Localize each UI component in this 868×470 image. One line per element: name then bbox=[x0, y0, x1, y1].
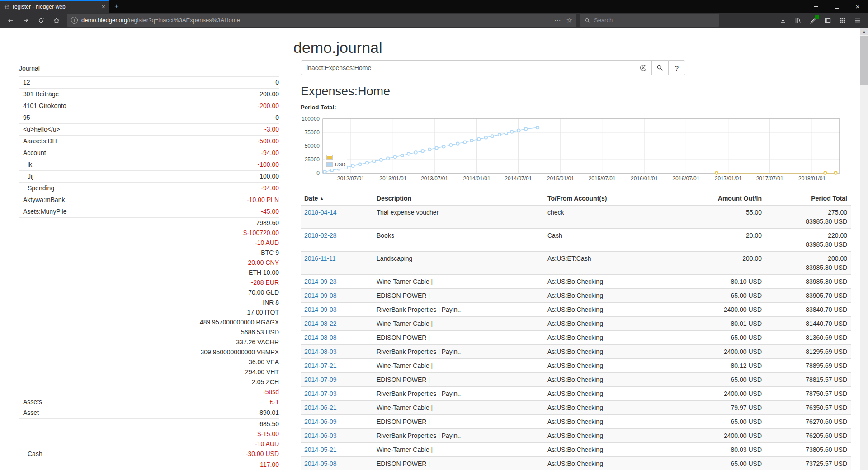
back-button[interactable] bbox=[4, 14, 17, 27]
account-balance: 890.01 bbox=[117, 407, 279, 418]
register-description: Wine-Tarner Cable | bbox=[373, 275, 544, 289]
sidebar-account-link[interactable]: 301 Beiträge bbox=[23, 90, 59, 98]
register-date-link[interactable]: 2016-11-11 bbox=[304, 255, 336, 262]
register-date-link[interactable]: 2018-02-28 bbox=[304, 232, 337, 239]
register-row: 2014-06-03RiverBank Properties | Payin..… bbox=[301, 429, 851, 443]
extension-button[interactable] bbox=[806, 14, 820, 27]
column-header-amount[interactable]: Amount Out/In bbox=[693, 192, 765, 205]
register-date-link[interactable]: 2014-09-03 bbox=[304, 306, 337, 313]
register-row: 2016-11-11LandscapingAs:US:ET:Cash200.00… bbox=[301, 252, 851, 275]
menu-button[interactable] bbox=[851, 14, 864, 27]
sidebar-account-link[interactable]: 95 bbox=[23, 114, 30, 121]
register-date-link[interactable]: 2014-08-22 bbox=[304, 320, 337, 327]
page-info-icon[interactable]: i bbox=[71, 17, 78, 24]
register-row: 2014-08-08EDISON POWER |As:US:Bo:Checkin… bbox=[301, 331, 851, 345]
register-date-link[interactable]: 2014-06-09 bbox=[304, 418, 337, 425]
minimize-button[interactable] bbox=[806, 0, 826, 13]
sidebar-account-link[interactable]: Account bbox=[23, 149, 46, 156]
sidebar-account-link[interactable]: lk bbox=[28, 161, 32, 168]
sidebar-account-link[interactable]: Spending bbox=[28, 184, 54, 192]
register-date-link[interactable]: 2014-09-23 bbox=[304, 278, 337, 285]
sidebar-toggle-button[interactable] bbox=[821, 14, 835, 27]
close-button[interactable]: × bbox=[847, 0, 868, 13]
register-account: Cash bbox=[544, 229, 693, 252]
column-header-description[interactable]: Description bbox=[373, 192, 544, 205]
register-date-link[interactable]: 2014-06-21 bbox=[304, 404, 337, 411]
register-date-link[interactable]: 2014-05-21 bbox=[304, 446, 337, 453]
register-date-link[interactable]: 2018-04-14 bbox=[304, 209, 337, 216]
register-row: 2014-05-08EDISON POWER |As:US:Bo:Checkin… bbox=[301, 457, 851, 470]
register-description: Wine-Tarner Cable | bbox=[373, 443, 544, 457]
forward-button[interactable] bbox=[19, 14, 33, 27]
clear-search-button[interactable] bbox=[635, 60, 652, 75]
sidebar-account-link[interactable]: Aktywa:mBank bbox=[23, 196, 65, 203]
sidebar-account-link[interactable]: Jij bbox=[28, 173, 33, 180]
url-domain: demo.hledger.org bbox=[81, 17, 127, 24]
home-button[interactable] bbox=[50, 14, 63, 27]
maximize-button[interactable] bbox=[826, 0, 847, 13]
register-date-link[interactable]: 2014-08-08 bbox=[304, 334, 337, 341]
query-input[interactable] bbox=[301, 60, 635, 75]
column-header-account[interactable]: To/From Account(s) bbox=[544, 192, 693, 205]
account-balance: -500.00 bbox=[117, 136, 279, 147]
sidebar-account-link[interactable]: Asset bbox=[23, 409, 39, 416]
new-tab-button[interactable]: + bbox=[109, 0, 124, 13]
svg-text:2013/07/01: 2013/07/01 bbox=[421, 175, 448, 182]
register-account: As:US:Bo:Checking bbox=[544, 401, 693, 415]
sidebar-account-row: Spending-94.00 bbox=[19, 183, 279, 194]
downloads-button[interactable] bbox=[776, 14, 790, 27]
svg-text:2015/07/01: 2015/07/01 bbox=[589, 175, 616, 182]
tab-close-icon[interactable]: × bbox=[102, 3, 105, 10]
register-date-link[interactable]: 2014-06-03 bbox=[304, 432, 337, 439]
account-balance: -3.00 bbox=[117, 124, 279, 135]
scrollbar[interactable]: ▲ bbox=[860, 28, 868, 470]
page-content: Journal 120301 Beiträge200.004101 Giroko… bbox=[0, 28, 868, 470]
register-amount: 65.00 USD bbox=[693, 373, 765, 387]
forward-icon bbox=[22, 17, 29, 24]
browser-search-bar[interactable] bbox=[580, 14, 719, 27]
register-description: Wine-Tarner Cable | bbox=[373, 359, 544, 373]
apps-button[interactable] bbox=[836, 14, 849, 27]
sidebar-account-link[interactable]: Cash bbox=[28, 450, 42, 457]
register-date-link[interactable]: 2014-08-03 bbox=[304, 348, 337, 355]
register-amount: 2400.00 USD bbox=[693, 387, 765, 401]
register-row: 2014-09-03RiverBank Properties | Payin..… bbox=[301, 303, 851, 317]
account-balance: -200.00 bbox=[117, 100, 279, 112]
legend-entry bbox=[326, 154, 345, 161]
register-row: 2014-06-09EDISON POWER |As:US:Bo:Checkin… bbox=[301, 415, 851, 429]
register-account: As:US:Bo:Checking bbox=[544, 359, 693, 373]
sidebar-account-row: Cash685.50$-15.00-10 AUD-30.00 USD bbox=[19, 419, 279, 459]
column-header-total[interactable]: Period Total bbox=[765, 192, 851, 205]
maximize-icon bbox=[835, 5, 839, 9]
column-header-date[interactable]: Date ▲ bbox=[301, 192, 373, 205]
account-balance: 100.00 bbox=[117, 171, 279, 182]
scroll-up-arrow[interactable]: ▲ bbox=[860, 28, 868, 35]
sidebar-account-link[interactable]: Asets:MunyPile bbox=[23, 208, 66, 215]
url-bar[interactable]: i demo.hledger.org/register?q=inacct%3AE… bbox=[67, 14, 576, 27]
page-actions-icon[interactable]: ⋯ bbox=[554, 16, 561, 24]
bookmark-star-icon[interactable]: ☆ bbox=[566, 16, 572, 24]
sidebar-account-link[interactable]: 4101 Girokonto bbox=[23, 102, 66, 109]
register-period-total: 78750.57 USD bbox=[765, 387, 851, 401]
sidebar-account-link[interactable]: Assets bbox=[23, 398, 42, 405]
library-button[interactable] bbox=[791, 14, 805, 27]
sidebar-account-link[interactable]: <u>hello</u> bbox=[23, 126, 60, 133]
sidebar-account-row: 301 Beiträge200.00 bbox=[19, 89, 279, 100]
register-date-link[interactable]: 2014-07-21 bbox=[304, 362, 337, 369]
reload-button[interactable] bbox=[34, 14, 48, 27]
sidebar-account-link[interactable]: 12 bbox=[23, 79, 30, 86]
sidebar-journal-link[interactable]: Journal bbox=[19, 62, 279, 74]
help-button[interactable]: ? bbox=[668, 60, 685, 75]
account-balance: 200.00 bbox=[117, 89, 279, 100]
register-date-link[interactable]: 2014-07-09 bbox=[304, 376, 337, 383]
sidebar-account-link[interactable]: Aaasets:DH bbox=[23, 137, 57, 145]
scrollbar-thumb[interactable] bbox=[860, 36, 868, 85]
browser-tab[interactable]: register - hledger-web × bbox=[0, 0, 109, 13]
search-icon bbox=[585, 17, 590, 24]
register-date-link[interactable]: 2014-07-03 bbox=[304, 390, 337, 397]
register-date-link[interactable]: 2014-09-08 bbox=[304, 292, 337, 299]
search-button[interactable] bbox=[651, 60, 669, 75]
register-date-link[interactable]: 2014-05-08 bbox=[304, 460, 337, 467]
sidebar: Journal 120301 Beiträge200.004101 Giroko… bbox=[19, 62, 279, 470]
browser-search-input[interactable] bbox=[594, 17, 715, 24]
